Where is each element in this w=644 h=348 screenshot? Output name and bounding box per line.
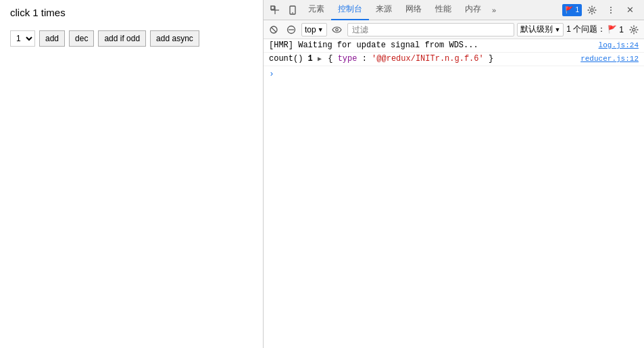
svg-point-7: [610, 9, 612, 11]
add-async-button[interactable]: add async: [150, 30, 199, 47]
eye-icon[interactable]: [330, 22, 345, 37]
svg-point-6: [610, 7, 612, 8]
expand-arrow[interactable]: ▶: [318, 55, 322, 63]
settings-gear-icon[interactable]: [583, 1, 601, 19]
tab-console[interactable]: 控制台: [331, 0, 369, 20]
tab-performance[interactable]: 性能: [428, 0, 458, 20]
colon: :: [362, 54, 372, 64]
brace-open: {: [328, 54, 332, 64]
device-icon[interactable]: [284, 1, 301, 19]
devtools-panel: 元素 控制台 来源 网络 性能 内存 » 🚩 1: [264, 0, 644, 348]
inspect-icon[interactable]: [266, 1, 284, 19]
controls-bar: 1 2 3 add dec add if odd add async: [10, 30, 253, 47]
more-options-icon[interactable]: [602, 1, 620, 19]
ban-icon[interactable]: [284, 22, 299, 37]
filter-input[interactable]: [347, 23, 515, 36]
chevron-down-icon: ▼: [554, 26, 560, 33]
console-output: [HMR] Waiting for update signal from WDS…: [264, 39, 644, 348]
issues-badge[interactable]: 🚩 1: [562, 4, 582, 16]
console-settings-icon[interactable]: [626, 22, 641, 37]
console-log-line: [HMR] Waiting for update signal from WDS…: [264, 39, 644, 53]
svg-point-5: [591, 9, 593, 11]
count-func: count(): [269, 54, 308, 64]
count-value: 1: [308, 54, 318, 64]
type-value: '@@redux/INITr.n.g.f.6': [372, 54, 484, 64]
svg-point-8: [610, 12, 612, 14]
left-panel: click 1 times 1 2 3 add dec add if odd a…: [0, 0, 264, 348]
flag-icon-small: 🚩: [608, 25, 617, 34]
tab-memory[interactable]: 内存: [458, 0, 488, 20]
number-select[interactable]: 1 2 3: [10, 30, 35, 47]
clear-console-icon[interactable]: [266, 22, 281, 37]
count-line-content: count() 1 ▶ { type : '@@redux/INITr.n.g.…: [269, 54, 575, 64]
tab-elements[interactable]: 元素: [301, 0, 331, 20]
dec-button[interactable]: dec: [69, 30, 94, 47]
console-count-line: count() 1 ▶ { type : '@@redux/INITr.n.g.…: [264, 53, 644, 66]
tab-network[interactable]: 网络: [399, 0, 428, 20]
type-key: type: [338, 54, 357, 64]
add-if-odd-button[interactable]: add if odd: [98, 30, 146, 47]
svg-point-13: [336, 28, 339, 31]
reducer-source-link[interactable]: reducer.js:12: [580, 55, 639, 63]
svg-rect-0: [271, 6, 274, 9]
hmr-log-text: [HMR] Waiting for update signal from WDS…: [269, 41, 593, 50]
flag-icon: 🚩: [565, 6, 573, 14]
console-toolbar: top ▼ 默认级别 ▼ 1 个问题： 🚩 1: [264, 20, 644, 39]
log-source-link[interactable]: log.js:24: [599, 41, 639, 49]
svg-point-14: [633, 28, 635, 31]
tab-sources[interactable]: 来源: [369, 0, 399, 20]
chevron-down-icon: ▼: [318, 26, 324, 33]
devtools-right-icons: 🚩 1 ✕: [562, 1, 641, 19]
add-button[interactable]: add: [39, 30, 65, 47]
issues-count-badge: 1 个问题： 🚩 1: [566, 24, 624, 35]
log-level-selector[interactable]: 默认级别 ▼: [517, 23, 564, 36]
console-prompt: ›: [264, 66, 644, 82]
click-counter-title: click 1 times: [10, 7, 253, 18]
prompt-chevron-icon[interactable]: ›: [269, 69, 274, 79]
svg-line-10: [272, 27, 276, 32]
brace-close: }: [489, 54, 493, 64]
more-tabs-button[interactable]: »: [488, 3, 500, 17]
close-icon[interactable]: ✕: [621, 1, 639, 19]
context-selector[interactable]: top ▼: [301, 23, 327, 36]
devtools-tab-bar: 元素 控制台 来源 网络 性能 内存 » 🚩 1: [264, 0, 644, 20]
